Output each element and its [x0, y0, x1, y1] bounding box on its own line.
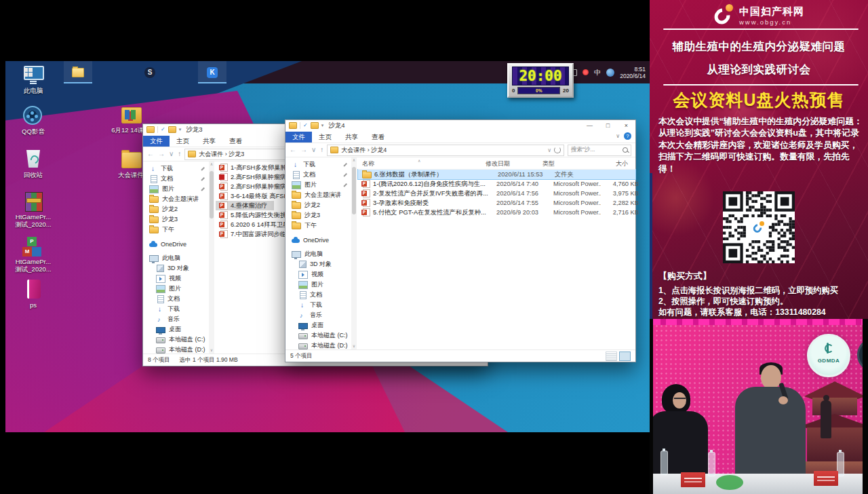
taskbar-k-app[interactable]: K: [198, 61, 226, 83]
file-row[interactable]: 2-复发性流产合并反复IVF失败患者的再... 2020/6/14 7:56 M…: [358, 189, 635, 198]
red-status-icon[interactable]: [583, 69, 589, 75]
video-edge: [650, 319, 653, 494]
large-icons-view-button[interactable]: [619, 352, 631, 361]
nav-item[interactable]: 视频: [143, 273, 209, 284]
ribbon-collapse-icon[interactable]: ∨: [616, 133, 620, 139]
address-dropdown-icon[interactable]: ∨: [547, 147, 551, 153]
nav-item[interactable]: OneDrive: [143, 239, 209, 249]
nav-item[interactable]: 下载: [143, 304, 209, 314]
nav-item[interactable]: 沙龙3: [285, 210, 351, 221]
nav-item[interactable]: 本地磁盘 (D:): [143, 345, 209, 354]
tray-app-icon[interactable]: [606, 69, 614, 77]
nav-item[interactable]: 桌面: [143, 324, 209, 335]
close-button[interactable]: ×: [617, 120, 635, 131]
tab-home[interactable]: 主页: [312, 132, 338, 142]
desktop-icon-installer[interactable]: HtGamePr... 测试_2020...: [8, 236, 58, 273]
file-row[interactable]: 4.垂体瘤治疗: [216, 201, 274, 210]
nav-item[interactable]: 下载: [285, 300, 351, 310]
back-button[interactable]: ←: [147, 149, 154, 159]
explorer-window-shalong4[interactable]: ✓ ▾ 沙龙4 — □ × 文件 主页 共享 查看 ∨? ← → ∨ ↑: [285, 119, 636, 362]
countdown-timer[interactable]: 20:00 0 0% 20: [507, 63, 574, 98]
desktop-icon-qq-player[interactable]: QQ影音: [8, 106, 58, 135]
help-icon[interactable]: ?: [624, 132, 631, 140]
desktop-icon-ps[interactable]: ps: [8, 280, 58, 309]
nav-item[interactable]: 3D 对象: [143, 263, 209, 273]
nav-item[interactable]: 音乐: [143, 314, 209, 324]
file-row[interactable]: 3-孕激素和免疫耐受 2020/6/14 7:55 Microsoft Powe…: [358, 198, 635, 208]
taskbar-file-explorer[interactable]: [64, 61, 92, 83]
nav-item[interactable]: 沙龙2: [285, 200, 351, 210]
start-button[interactable]: [14, 61, 42, 83]
nav-item[interactable]: 图片: [143, 284, 209, 294]
qr-code[interactable]: [723, 191, 795, 263]
nav-item[interactable]: 大会主题演讲: [143, 194, 209, 204]
column-name[interactable]: 名称: [362, 159, 483, 168]
taskbar-clock[interactable]: 8:51 2020/6/14: [620, 66, 646, 79]
nav-item[interactable]: 沙龙3: [143, 214, 209, 225]
nav-item[interactable]: 此电脑: [285, 249, 351, 259]
quick-access-check-icon[interactable]: ✓: [303, 123, 308, 128]
nav-scrollbar[interactable]: ∧∨: [209, 162, 214, 354]
nav-item[interactable]: 此电脑: [143, 253, 209, 263]
desktop-icon-recycle-bin[interactable]: 回收站: [8, 149, 58, 178]
breadcrumb[interactable]: 大会课件 › 沙龙3: [199, 150, 244, 159]
column-size[interactable]: 大小: [593, 159, 632, 168]
nav-item[interactable]: 3D 对象: [285, 259, 351, 269]
column-date[interactable]: 修改日期: [486, 159, 540, 168]
search-input[interactable]: 搜索“沙...: [568, 145, 631, 156]
taskbar-s-app[interactable]: S: [136, 61, 164, 83]
refresh-icon[interactable]: [554, 147, 561, 153]
back-button[interactable]: ←: [290, 145, 296, 155]
nav-item[interactable]: 文档: [143, 174, 209, 184]
nav-item[interactable]: 沙龙2: [143, 204, 209, 214]
tab-share[interactable]: 共享: [338, 132, 365, 142]
title-bar[interactable]: ✓ ▾ 沙龙4 — □ ×: [285, 120, 635, 131]
nav-item[interactable]: 文档: [285, 290, 351, 300]
nav-item[interactable]: 下午: [143, 225, 209, 235]
nav-item[interactable]: 本地磁盘 (C:): [285, 330, 351, 341]
recent-locations-icon[interactable]: ∨: [311, 145, 316, 155]
minimize-button[interactable]: —: [580, 120, 599, 131]
details-view-button[interactable]: [606, 352, 617, 361]
quick-access-menu-icon[interactable]: ▾: [321, 123, 324, 128]
quick-access-menu-icon[interactable]: ▾: [179, 127, 182, 132]
tab-share[interactable]: 共享: [196, 136, 222, 147]
nav-scrollbar[interactable]: ∧∨: [351, 157, 357, 349]
tab-view[interactable]: 查看: [365, 132, 391, 142]
nav-item[interactable]: 下载: [285, 159, 351, 170]
tab-view[interactable]: 查看: [222, 136, 249, 147]
live-video-feed[interactable]: GDMDA: [650, 319, 868, 494]
nav-item[interactable]: 桌面: [285, 320, 351, 330]
nav-item[interactable]: 下载: [143, 164, 209, 174]
nav-item[interactable]: 图片: [285, 280, 351, 290]
nav-item[interactable]: 视频: [285, 269, 351, 280]
column-type[interactable]: 类型: [542, 159, 590, 168]
recent-locations-icon[interactable]: ∨: [169, 149, 174, 159]
breadcrumb[interactable]: 大会课件 › 沙龙4: [341, 146, 387, 155]
forward-button[interactable]: →: [158, 149, 165, 159]
nav-item[interactable]: 音乐: [285, 310, 351, 320]
nav-item[interactable]: OneDrive: [285, 235, 351, 245]
up-button[interactable]: ↑: [178, 149, 181, 159]
nav-item[interactable]: 下午: [285, 221, 351, 231]
nav-item[interactable]: 图片: [285, 180, 351, 190]
tab-file[interactable]: 文件: [143, 136, 170, 147]
up-button[interactable]: ↑: [320, 145, 323, 155]
address-bar[interactable]: 大会课件 › 沙龙4 ∨: [327, 145, 564, 156]
nav-item[interactable]: 文档: [143, 294, 209, 304]
file-row[interactable]: 6.张炜数据（录制课件） 2020/6/11 15:53 文件夹: [358, 170, 635, 179]
tab-home[interactable]: 主页: [170, 136, 196, 147]
desktop-icon-archive[interactable]: HtGamePr... 测试_2020...: [8, 191, 58, 228]
nav-item[interactable]: 本地磁盘 (C:): [143, 335, 209, 345]
nav-item[interactable]: 图片: [143, 184, 209, 194]
tab-file[interactable]: 文件: [285, 132, 312, 142]
quick-access-check-icon[interactable]: ✓: [161, 127, 165, 132]
file-row[interactable]: 1-(腾讯2020.6.12)自身免疫性疾病与生... 2020/6/14 7:…: [358, 179, 635, 189]
nav-item[interactable]: 大会主题演讲: [285, 190, 351, 200]
nav-item[interactable]: 本地磁盘 (D:): [285, 341, 351, 349]
nav-item[interactable]: 文档: [285, 170, 351, 180]
ime-indicator[interactable]: 中: [594, 68, 601, 77]
file-row[interactable]: 5.付艳文 PGT-A在复发性流产和反复种... 2020/6/9 20:03 …: [358, 208, 635, 217]
forward-button[interactable]: →: [300, 145, 307, 155]
maximize-button[interactable]: □: [599, 120, 617, 131]
